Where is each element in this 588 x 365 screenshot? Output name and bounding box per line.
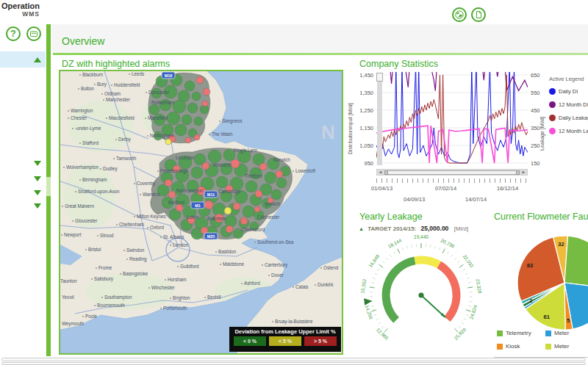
map-city-label: Macclesfield: [109, 115, 135, 120]
stats-legend-item[interactable]: 12 Month Leakage: [549, 128, 588, 134]
help-icon[interactable]: ?: [6, 26, 21, 41]
bottom-scrollbar[interactable]: [1, 358, 586, 361]
alarm-zone-cell[interactable]: [225, 215, 237, 227]
gauge-tick-label: 22,032: [462, 253, 476, 269]
alarm-zone-cell[interactable]: [259, 163, 267, 170]
alarm-zone-cell[interactable]: [265, 172, 276, 184]
alarm-zone-cell[interactable]: [167, 112, 180, 125]
alarm-zone-cell[interactable]: [243, 206, 254, 217]
map-city-label: Stroud: [100, 233, 114, 238]
flowmeter-legend-item[interactable]: Kiosk: [497, 343, 545, 350]
flowmeter-legend-item[interactable]: Telemetry: [497, 330, 545, 336]
sidebar-expander-3[interactable]: [34, 190, 41, 195]
y-right-tick: 550: [531, 90, 548, 96]
divider-scroll-thumb[interactable]: [46, 177, 51, 196]
alarm-zone-cell[interactable]: [192, 92, 201, 101]
alarm-zone-cell[interactable]: [182, 115, 192, 125]
gauge-tick-label: 15,552: [359, 278, 367, 294]
y-right-tick: 150: [531, 160, 548, 167]
map-city-label: Frome: [98, 265, 112, 270]
sidebar-expander-4[interactable]: [34, 203, 41, 209]
alarm-zone-cell[interactable]: [208, 150, 221, 163]
road-badge: M18: [162, 72, 175, 79]
gauge-tick-label: 14,256: [365, 304, 374, 319]
alarm-zone-cell[interactable]: [240, 217, 248, 225]
svg-text:M18: M18: [165, 73, 173, 78]
flowmeter-pie-chart[interactable]: 32561283: [507, 232, 588, 335]
sidebar-divider[interactable]: [46, 24, 51, 356]
chevron-up-icon: [34, 57, 41, 62]
scroll-right-icon[interactable]: ▶: [520, 170, 527, 175]
gauge-target-row: ▲ TARGET 2014/15: 25,000.00 [Ml/d]: [359, 225, 468, 232]
map-legend-chip: < 0 %: [234, 336, 266, 346]
target-marker-icon: ▲: [359, 226, 364, 231]
scroll-left-icon[interactable]: ◀: [377, 170, 384, 175]
alarm-zone-cell[interactable]: [233, 203, 240, 210]
gauge-tick-label: 23,328: [476, 278, 483, 294]
map-city-label: Stafford: [82, 140, 98, 145]
range-handle-left[interactable]: [384, 170, 388, 175]
alarm-zone-cell[interactable]: [191, 167, 203, 178]
alarm-zone-cell[interactable]: [202, 162, 209, 170]
alarm-zone-cell[interactable]: [176, 204, 183, 212]
alarm-zone-cell[interactable]: [196, 76, 204, 84]
map-panel[interactable]: M18M11M1M25NBlackburnLeedsBuryHuddersfie…: [59, 70, 343, 355]
map-city-label: Bruay-la-Buissière: [275, 319, 313, 325]
stats-legend-item[interactable]: Daily DI: [549, 88, 588, 95]
sidebar-item-expanded[interactable]: [0, 51, 46, 68]
alarm-zone-cell[interactable]: [185, 137, 191, 143]
keypad-icon[interactable]: [26, 26, 41, 41]
globe-icon[interactable]: [452, 7, 467, 22]
gauge-tick-label: 20,736: [440, 238, 456, 249]
alarm-zone-cell[interactable]: [231, 159, 240, 168]
map-city-label: Huddersfield: [114, 82, 140, 87]
alarm-zone-cell[interactable]: [276, 178, 287, 188]
overview-underline: [53, 53, 588, 55]
stats-chart[interactable]: [376, 72, 528, 166]
alarm-zone-cell[interactable]: [194, 134, 200, 140]
alarm-zone-cell[interactable]: [149, 104, 159, 115]
map-city-label: Guildford: [180, 264, 199, 269]
alarm-zone-cell[interactable]: [187, 103, 198, 113]
alarm-zone-cell[interactable]: [194, 117, 203, 126]
y-left-tick: 1,350: [348, 90, 373, 96]
alarm-zone-cell[interactable]: [226, 225, 233, 233]
target-prefix: TARGET 2014/15:: [368, 225, 416, 232]
alarm-zone-cell[interactable]: [276, 170, 283, 178]
pie-slice[interactable]: [564, 236, 588, 289]
alarm-zone-cell[interactable]: [224, 207, 232, 214]
stats-legend-title: Active Legend: [549, 76, 588, 82]
alarm-zone-cell[interactable]: [202, 101, 208, 106]
alarm-zone-cell[interactable]: [184, 81, 195, 91]
alarm-zone-cell[interactable]: [216, 176, 228, 188]
flowmeter-legend-item[interactable]: Meter: [545, 343, 588, 350]
alarm-zone-cell[interactable]: [255, 190, 262, 198]
y-right-tick: 350: [531, 125, 548, 131]
sidebar-expander-1[interactable]: [34, 161, 41, 166]
map-city-label: Brighton: [173, 295, 190, 301]
report-icon[interactable]: [471, 7, 486, 22]
map-overlay-legend: Deviation from Leakage Upper Limit % < 0…: [229, 327, 341, 352]
alarm-zone-cell[interactable]: [175, 124, 187, 136]
alarm-zone-cell[interactable]: [165, 179, 172, 187]
alarm-zone-cell[interactable]: [271, 189, 282, 200]
flowmeter-legend-item[interactable]: Meter: [545, 330, 588, 336]
stats-vertical-scrollbar[interactable]: [377, 73, 382, 165]
alarm-zone-cell[interactable]: [203, 88, 210, 95]
map-city-label: The Wash: [212, 131, 233, 137]
scroll-thumb[interactable]: [385, 170, 519, 175]
alarm-zone-cell[interactable]: [173, 100, 186, 113]
alarm-zone-cell[interactable]: [245, 181, 257, 192]
alarm-zone-cell[interactable]: [168, 191, 176, 198]
sidebar-expander-2[interactable]: [34, 176, 41, 181]
stats-legend-item[interactable]: 12 Month DI: [549, 101, 588, 108]
alarm-zone-cell[interactable]: [254, 206, 260, 212]
alarm-zone-cell[interactable]: [165, 139, 171, 145]
stats-legend-item[interactable]: Daily Leakage: [549, 115, 588, 121]
range-handle-right[interactable]: [516, 170, 520, 175]
x-axis-date: 04/09/13: [404, 196, 425, 203]
uk-map[interactable]: M18M11M1M25NBlackburnLeedsBuryHuddersfie…: [60, 71, 342, 353]
map-city-label: Wolverhampton: [66, 165, 98, 170]
alarm-zone-cell[interactable]: [204, 200, 213, 209]
stats-horizontal-scrollbar[interactable]: ◀ ▶: [376, 169, 528, 176]
